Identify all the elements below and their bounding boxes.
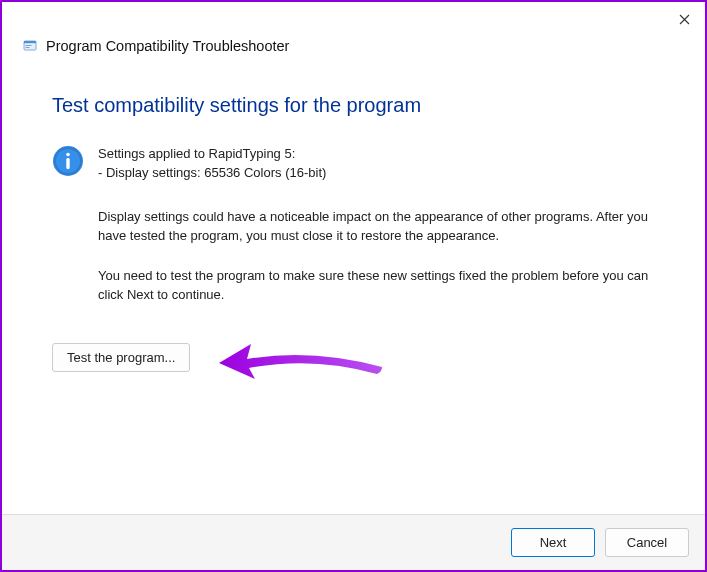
svg-rect-3: [24, 41, 36, 43]
close-button[interactable]: [673, 8, 695, 30]
footer: Next Cancel: [2, 514, 705, 570]
test-program-button[interactable]: Test the program...: [52, 343, 190, 372]
troubleshooter-window: Program Compatibility Troubleshooter Tes…: [0, 0, 707, 572]
test-instruction-text: You need to test the program to make sur…: [98, 266, 655, 305]
wizard-icon: [22, 38, 38, 54]
settings-applied-text: Settings applied to RapidTyping 5: - Dis…: [98, 145, 326, 183]
svg-rect-4: [26, 45, 32, 46]
settings-line1: Settings applied to RapidTyping 5:: [98, 145, 326, 164]
close-icon: [679, 14, 690, 25]
info-icon: [52, 145, 84, 177]
svg-point-9: [66, 153, 70, 157]
display-impact-text: Display settings could have a noticeable…: [98, 207, 655, 246]
svg-rect-5: [26, 47, 30, 48]
svg-rect-10: [66, 158, 69, 169]
page-heading: Test compatibility settings for the prog…: [52, 94, 655, 117]
settings-line2: - Display settings: 65536 Colors (16-bit…: [98, 164, 326, 183]
next-button[interactable]: Next: [511, 528, 595, 557]
window-title: Program Compatibility Troubleshooter: [46, 38, 289, 54]
cancel-button[interactable]: Cancel: [605, 528, 689, 557]
info-row: Settings applied to RapidTyping 5: - Dis…: [52, 145, 655, 183]
header: Program Compatibility Troubleshooter: [2, 2, 705, 66]
content-area: Test compatibility settings for the prog…: [2, 66, 705, 372]
